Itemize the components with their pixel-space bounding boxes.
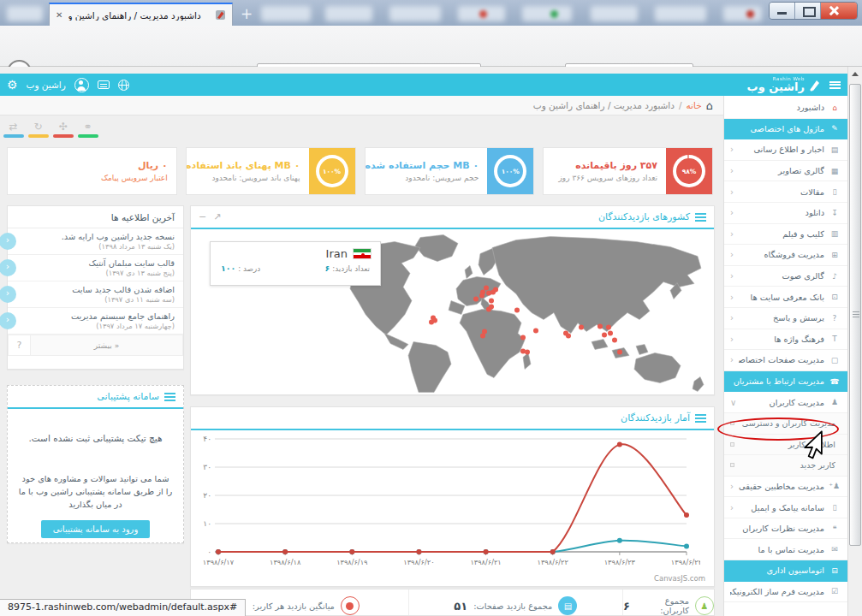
close-button[interactable] [821, 3, 857, 19]
tooltip-country: Iran [326, 247, 348, 260]
blurred-tab [655, 6, 706, 21]
stat-cards-row: ۹۸%۳۵۷ روز باقیماندهتعداد روزهای سرویس ۳… [7, 147, 713, 195]
stat-card-subtitle: تعداد روزهای سرویس ۳۶۶ روز [552, 174, 657, 182]
sidebar-item[interactable]: ▤اخبار و اطلاع رسانی‹ [724, 139, 847, 161]
chevron-left-icon: ‹ [730, 145, 734, 154]
sidebar-item[interactable]: ☑مدیریت فرم ساز الکترونیکی [724, 582, 847, 603]
breadcrumb-home[interactable]: خانه [686, 100, 701, 110]
announcement-item[interactable]: ‹نسخه جدید راشین وب ارایه شد.(یک شنبه ۱۳… [8, 228, 183, 255]
svg-text:۴۰: ۴۰ [203, 435, 211, 443]
sidebar-item[interactable]: Tفرهنگ واژه ها‹ [724, 329, 847, 351]
support-login-button[interactable]: ورود به سامانه پشتیبانی [41, 520, 151, 538]
list-bars-icon [695, 414, 706, 423]
help-button[interactable]: ? [8, 335, 30, 356]
sidebar-item-label: مدیریت کاربران [741, 398, 824, 407]
announcement-date: (چهارشنبه ۱۷ مرداد ۱۳۹۷) [21, 322, 175, 330]
gauge-percent: ۱۰۰% [323, 168, 341, 175]
announcement-date: (سه شنبه ۱۱ دی ۱۳۹۷) [21, 295, 175, 304]
sidebar-item[interactable]: ✉مدیریت تماس با ما [724, 539, 847, 560]
chevron-left-icon: ‹ [730, 335, 734, 344]
sidebar-item[interactable]: ♪گالری صوت‹ [724, 266, 847, 287]
bottom-stat-label: میانگین بازدید هر کاربر: [253, 601, 335, 611]
sidebar-item[interactable]: ❝مدیریت نظرات کاربران [724, 518, 847, 540]
chevron-circle-icon[interactable]: ‹ [0, 233, 16, 250]
map-panel-title: کشورهای بازدیدکنندگان [226, 211, 690, 222]
chart-panel-header: آمار بازدیدکنندگان [191, 407, 714, 430]
sidebar-item[interactable]: ⊞مدیریت فروشگاه‹ [724, 245, 847, 266]
brand-logo-icon [808, 79, 821, 92]
sidebar-item[interactable]: ↧دانلود‹ [724, 203, 847, 224]
glossary-icon: T [829, 335, 840, 343]
vertical-scrollbar[interactable] [847, 67, 862, 616]
sidebar-item-label: بانک معرفی سایت ها [739, 293, 824, 302]
quick-tool-link[interactable]: ⚭ [77, 121, 98, 138]
chevron-circle-icon[interactable]: ‹ [0, 286, 16, 303]
messages-icon[interactable] [98, 80, 110, 89]
sidebar-item[interactable]: ⌂داشبورد [724, 98, 847, 119]
browser-tab-active[interactable]: ✕ داشبورد مدیریت / راهنماي راشین و [49, 3, 233, 26]
blurred-tab [7, 6, 43, 21]
quick-tool-expand[interactable]: ✣ [52, 121, 74, 138]
tab-close-icon[interactable]: ✕ [56, 11, 62, 20]
download-icon: ↧ [829, 209, 840, 217]
avg-icon [341, 596, 360, 615]
sidebar-item[interactable]: ▢مدیریت صفحات اختصاصی‹ [724, 350, 847, 371]
sidebar-item[interactable]: ▯سامانه پیامک و ایمیل‹ [724, 497, 847, 518]
chart-watermark[interactable]: CanvasJS.com [654, 574, 705, 583]
stat-card: ۱۰۰%۰ MB پهنای باند استفاده شدهپهنای بان… [186, 147, 356, 195]
announcement-item[interactable]: ‹اضافه شدن قالب جدید سایت(سه شنبه ۱۱ دی … [8, 281, 183, 308]
sidebar-item[interactable]: ☎مدیریت ارتباط با مشتریان [724, 371, 847, 393]
collapse-icon[interactable]: − [199, 211, 206, 222]
sidebar-item[interactable]: ⊡بانک معرفی سایت ها‹ [724, 287, 847, 308]
more-link[interactable]: « بیشتر [30, 335, 183, 356]
scrollbar-thumb[interactable] [849, 84, 861, 546]
chevron-circle-icon[interactable]: ‹ [0, 312, 16, 329]
gauge: ۱۰۰% [309, 148, 355, 194]
sidebar-item[interactable]: ♟مدیریت کاربران∨ [724, 392, 847, 413]
world-map[interactable]: Iran تعداد بازدید: ۶ درصد : ۱۰۰ [191, 229, 714, 394]
user-avatar[interactable] [74, 78, 89, 92]
quick-tool-swap[interactable]: ⇄ [3, 121, 24, 138]
chevron-circle-icon[interactable]: ‹ [0, 259, 16, 276]
announcements-title: آخرین اطلاعیه ها [111, 212, 175, 222]
quick-tool-refresh[interactable]: ↻ [27, 121, 49, 138]
new-tab-button[interactable]: + [241, 5, 253, 22]
expand-icon[interactable]: ↗ [213, 211, 221, 222]
chevron-left-icon: ‹ [730, 503, 734, 512]
comment-icon: ❝ [829, 524, 840, 533]
minimize-button[interactable] [770, 3, 795, 19]
chevron-left-icon: ‹ [730, 293, 734, 302]
app-menu-icon[interactable] [829, 81, 841, 89]
sidebar-item[interactable]: ✎ماژول های اختصاصی [724, 119, 847, 140]
quick-tool-underline [78, 134, 98, 138]
breadcrumb-home-icon[interactable]: ⌂ [706, 100, 713, 111]
sidebar-item[interactable]: ?پرسش و پاسخ‹ [724, 308, 847, 329]
announcements-header: آخرین اطلاعیه ها [8, 206, 183, 228]
breadcrumb: ⌂ خانه / داشبورد مدیریت / راهنمای راشین … [0, 96, 723, 116]
announcements-list: ‹نسخه جدید راشین وب ارایه شد.(یک شنبه ۱۳… [8, 228, 183, 335]
language-globe-icon[interactable] [118, 80, 129, 91]
home-icon: ⌂ [829, 104, 840, 112]
sidebar-subitem[interactable]: مدیریت کاربران و دسترسی ها [724, 413, 847, 435]
settings-gear-icon[interactable]: ⚙ [7, 79, 18, 91]
list-bars-icon [164, 393, 175, 401]
scroll-up-arrow-icon[interactable] [848, 67, 862, 80]
audio-icon: ♪ [829, 272, 840, 281]
sidebar-item[interactable]: ⊟اتوماسیون اداری [724, 560, 847, 582]
user-icon: ♟ [829, 398, 840, 406]
sidebar-item[interactable]: ▦گالری تصاویر‹ [724, 161, 847, 182]
chart-panel-title: آمار بازدیدکنندگان [199, 412, 690, 424]
sidebar-item-label: پرسش و پاسخ [739, 313, 824, 323]
announcement-item[interactable]: ‹راهنمای جامع سیستم مدیریت(چهارشنبه ۱۷ م… [8, 308, 183, 335]
sidebar-subitem[interactable]: کاربر جدید [724, 455, 847, 477]
gauge-percent: ۹۸% [682, 168, 697, 175]
sidebar-item[interactable]: ▯مقالات‹ [724, 181, 847, 203]
announcement-item[interactable]: ‹قالب سایت مبلمان آنتیک(پنج شنبه ۱۳ دی ۱… [8, 255, 183, 281]
gauge-donut: ۱۰۰% [494, 155, 526, 187]
sidebar-item[interactable]: ♟⁺مدیریت مخاطبین حقیقی‹ [724, 477, 847, 498]
tooltip-percent: درصد : ۱۰۰ [221, 264, 260, 273]
sidebar-item[interactable]: ▥کلیپ و فیلم‹ [724, 224, 847, 246]
sidebar-subitem[interactable]: اطلاع به کاربر [724, 435, 847, 456]
maximize-button[interactable] [795, 3, 821, 19]
svg-text:۱۳۹۸/۶/۱۷: ۱۳۹۸/۶/۱۷ [203, 558, 235, 566]
